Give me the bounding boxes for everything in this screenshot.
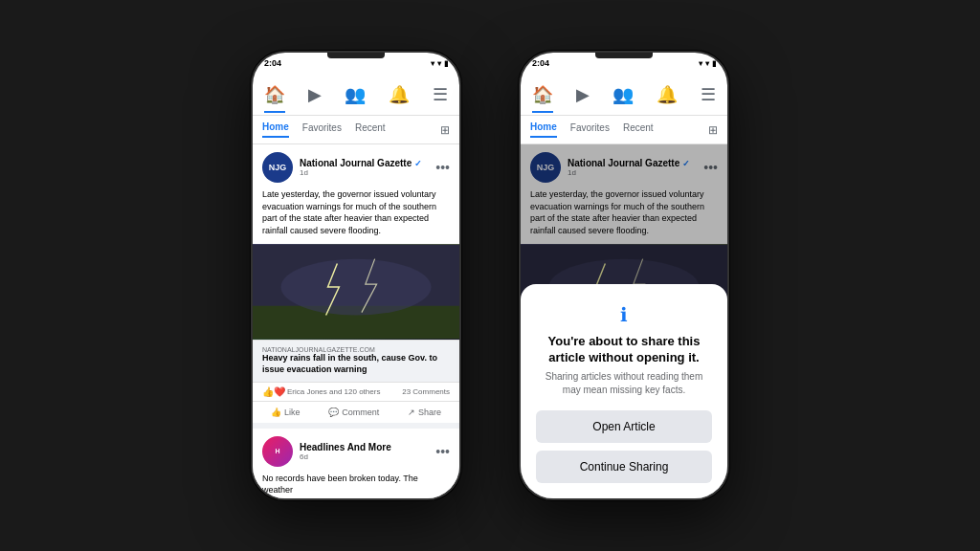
avatar-text: H <box>275 448 279 454</box>
post-card-1: NJG National Journal Gazette ✓ 1d ••• La… <box>253 144 459 423</box>
comment-btn-1[interactable]: 💬 Comment <box>324 404 383 421</box>
feed-1: NJG National Journal Gazette ✓ 1d ••• La… <box>253 144 459 498</box>
post-text-2: No records have been broken today. The w… <box>253 471 459 498</box>
reaction-count-1: 👍❤️ Erica Jones and 120 others <box>262 386 380 397</box>
post-text-1: Late yesterday, the governor issued volu… <box>253 187 459 244</box>
tab-home-1[interactable]: Home <box>262 121 289 138</box>
nav-people[interactable]: 👥 <box>345 84 366 105</box>
post-header-2: H Headlines And More 6d ••• <box>253 429 459 471</box>
like-emoji: 👍❤️ <box>262 386 285 397</box>
status-bar-1: 2:04 ▾ ▾ ▮ <box>253 53 459 74</box>
post-card-2: H Headlines And More 6d ••• No records h… <box>253 429 459 498</box>
phone-1: 2:04 ▾ ▾ ▮ 🏠 ▶ 👥 🔔 ☰ Home Favorites Rece… <box>251 51 461 500</box>
comment-count-1: 23 Comments <box>402 387 450 396</box>
avatar-ham: H <box>262 436 293 467</box>
signal-icon-2: ▾ <box>705 59 709 68</box>
sheet-title: You're about to share this article witho… <box>536 334 712 366</box>
nav-menu-2[interactable]: ☰ <box>701 84 716 105</box>
nav-people-2[interactable]: 👥 <box>612 84 634 105</box>
open-article-button[interactable]: Open Article <box>536 410 712 443</box>
status-bar-2: 2:04 ▾ ▾ ▮ <box>521 53 727 74</box>
battery-icon-2: ▮ <box>712 59 716 68</box>
signal-icon: ▾ <box>437 59 441 68</box>
time-2: 2:04 <box>532 58 549 68</box>
share-icon: ↗ <box>408 408 415 417</box>
nav-video[interactable]: ▶ <box>308 84 322 105</box>
feed-2: NJG National Journal Gazette ✓ 1d ••• La… <box>521 144 727 498</box>
scene: 2:04 ▾ ▾ ▮ 🏠 ▶ 👥 🔔 ☰ Home Favorites Rece… <box>0 0 980 551</box>
post-time-1: 1d <box>300 168 429 177</box>
bottom-sheet-overlay: ℹ You're about to share this article wit… <box>521 144 727 498</box>
bottom-sheet: ℹ You're about to share this article wit… <box>521 284 727 498</box>
nav-home-2[interactable]: 🏠 <box>532 84 553 105</box>
avatar-njg-1: NJG <box>262 152 293 183</box>
svg-point-2 <box>280 259 431 316</box>
nav-bell[interactable]: 🔔 <box>389 84 410 105</box>
filter-icon-2[interactable]: ⊞ <box>708 123 718 137</box>
poster-name-1: National Journal Gazette ✓ <box>300 158 429 168</box>
nav-home[interactable]: 🏠 <box>264 84 285 105</box>
article-source-1: NATIONALJOURNALGAZETTE.COM <box>262 346 450 353</box>
post-meta-2: Headlines And More 6d <box>300 442 429 461</box>
sheet-subtitle: Sharing articles without reading them ma… <box>536 370 712 397</box>
post-meta-1: National Journal Gazette ✓ 1d <box>300 158 429 177</box>
post-image-1 <box>253 244 459 340</box>
verified-1: ✓ <box>414 159 422 168</box>
post-time-2: 6d <box>300 452 429 461</box>
more-dots-2[interactable]: ••• <box>435 444 450 459</box>
tab-bar-1: Home Favorites Recent ⊞ <box>253 116 459 144</box>
like-icon: 👍 <box>271 408 281 417</box>
phone-2: 2:04 ▾ ▾ ▮ 🏠 ▶ 👥 🔔 ☰ Home Favorites Rece… <box>519 51 729 500</box>
reactions-bar-1: 👍❤️ Erica Jones and 120 others 23 Commen… <box>253 382 459 401</box>
action-row-1: 👍 Like 💬 Comment ↗ Share <box>253 401 459 423</box>
nav-bar-1: 🏠 ▶ 👥 🔔 ☰ <box>253 74 459 116</box>
tab-favorites-1[interactable]: Favorites <box>302 122 342 137</box>
nav-bell-2[interactable]: 🔔 <box>657 84 678 105</box>
wifi-icon: ▾ <box>431 59 434 68</box>
post-header-1: NJG National Journal Gazette ✓ 1d ••• <box>253 144 459 187</box>
poster-name-2: Headlines And More <box>300 442 429 452</box>
filter-icon-1[interactable]: ⊞ <box>440 123 450 137</box>
article-title-1: Heavy rains fall in the south, cause Gov… <box>262 353 450 375</box>
tab-home-2[interactable]: Home <box>530 121 557 138</box>
status-icons-2: ▾ ▾ ▮ <box>699 59 716 68</box>
more-dots-1[interactable]: ••• <box>435 160 450 175</box>
wifi-icon-2: ▾ <box>699 59 702 68</box>
nav-menu[interactable]: ☰ <box>433 84 448 105</box>
info-icon: ℹ <box>536 303 712 326</box>
article-preview-1: NATIONALJOURNALGAZETTE.COM Heavy rains f… <box>253 340 459 381</box>
tab-recent-1[interactable]: Recent <box>355 122 386 137</box>
comment-icon: 💬 <box>328 408 339 417</box>
like-btn-1[interactable]: 👍 Like <box>267 404 304 421</box>
share-btn-1[interactable]: ↗ Share <box>404 404 445 421</box>
continue-sharing-button[interactable]: Continue Sharing <box>536 451 712 483</box>
nav-bar-2: 🏠 ▶ 👥 🔔 ☰ <box>521 74 727 116</box>
tab-bar-2: Home Favorites Recent ⊞ <box>521 116 727 144</box>
time-1: 2:04 <box>264 58 281 68</box>
nav-video-2[interactable]: ▶ <box>576 84 590 105</box>
tab-recent-2[interactable]: Recent <box>623 122 654 137</box>
battery-icon: ▮ <box>444 59 448 68</box>
tab-favorites-2[interactable]: Favorites <box>570 122 610 137</box>
status-icons-1: ▾ ▾ ▮ <box>431 59 448 68</box>
